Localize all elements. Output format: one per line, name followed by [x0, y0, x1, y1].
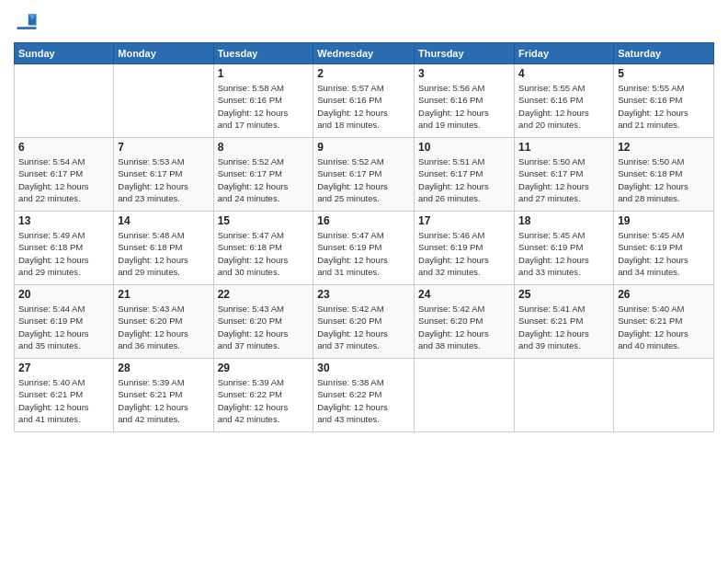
day-info: Sunrise: 5:55 AM Sunset: 6:16 PM Dayligh…: [618, 82, 710, 131]
day-info: Sunrise: 5:51 AM Sunset: 6:17 PM Dayligh…: [418, 155, 510, 204]
day-number: 21: [118, 288, 209, 301]
calendar-cell: 21Sunrise: 5:43 AM Sunset: 6:20 PM Dayli…: [114, 285, 213, 359]
day-info: Sunrise: 5:47 AM Sunset: 6:19 PM Dayligh…: [317, 229, 410, 278]
logo: [14, 9, 43, 35]
day-info: Sunrise: 5:49 AM Sunset: 6:18 PM Dayligh…: [18, 229, 109, 278]
calendar-cell: 5Sunrise: 5:55 AM Sunset: 6:16 PM Daylig…: [614, 64, 714, 138]
calendar-cell: 26Sunrise: 5:40 AM Sunset: 6:21 PM Dayli…: [614, 285, 714, 359]
day-number: 27: [18, 362, 109, 374]
calendar-header-wednesday: Wednesday: [313, 43, 415, 64]
calendar-cell: 24Sunrise: 5:42 AM Sunset: 6:20 PM Dayli…: [415, 285, 515, 359]
calendar-cell: 18Sunrise: 5:45 AM Sunset: 6:19 PM Dayli…: [515, 212, 614, 285]
calendar-cell: 29Sunrise: 5:39 AM Sunset: 6:22 PM Dayli…: [213, 359, 313, 432]
calendar-week-1: 1Sunrise: 5:58 AM Sunset: 6:16 PM Daylig…: [15, 64, 714, 138]
day-info: Sunrise: 5:39 AM Sunset: 6:21 PM Dayligh…: [118, 376, 209, 425]
calendar-cell: 12Sunrise: 5:50 AM Sunset: 6:18 PM Dayli…: [614, 138, 714, 212]
calendar-cell: [515, 359, 614, 432]
calendar-cell: 27Sunrise: 5:40 AM Sunset: 6:21 PM Dayli…: [15, 359, 114, 432]
calendar-cell: 19Sunrise: 5:45 AM Sunset: 6:19 PM Dayli…: [614, 212, 714, 285]
calendar-cell: 14Sunrise: 5:48 AM Sunset: 6:18 PM Dayli…: [114, 212, 213, 285]
day-number: 12: [618, 141, 710, 154]
day-number: 24: [418, 288, 510, 301]
day-info: Sunrise: 5:57 AM Sunset: 6:16 PM Dayligh…: [317, 82, 410, 131]
calendar-header-thursday: Thursday: [415, 43, 515, 64]
day-info: Sunrise: 5:40 AM Sunset: 6:21 PM Dayligh…: [618, 303, 710, 351]
day-number: 20: [18, 288, 109, 301]
day-number: 10: [418, 141, 510, 154]
day-number: 19: [618, 214, 710, 227]
day-number: 26: [618, 288, 710, 301]
calendar-cell: 22Sunrise: 5:43 AM Sunset: 6:20 PM Dayli…: [213, 285, 313, 359]
calendar-cell: 9Sunrise: 5:52 AM Sunset: 6:17 PM Daylig…: [313, 138, 415, 212]
day-info: Sunrise: 5:54 AM Sunset: 6:17 PM Dayligh…: [18, 155, 109, 204]
day-info: Sunrise: 5:48 AM Sunset: 6:18 PM Dayligh…: [118, 229, 209, 278]
day-info: Sunrise: 5:42 AM Sunset: 6:20 PM Dayligh…: [317, 303, 410, 351]
day-number: 22: [218, 288, 310, 301]
day-number: 2: [317, 67, 410, 80]
day-info: Sunrise: 5:52 AM Sunset: 6:17 PM Dayligh…: [218, 155, 310, 204]
calendar-cell: [15, 64, 114, 138]
calendar-cell: 6Sunrise: 5:54 AM Sunset: 6:17 PM Daylig…: [15, 138, 114, 212]
calendar-cell: 28Sunrise: 5:39 AM Sunset: 6:21 PM Dayli…: [114, 359, 213, 432]
day-number: 11: [518, 141, 609, 154]
day-number: 4: [518, 67, 609, 80]
calendar-cell: 1Sunrise: 5:58 AM Sunset: 6:16 PM Daylig…: [213, 64, 313, 138]
day-info: Sunrise: 5:46 AM Sunset: 6:19 PM Dayligh…: [418, 229, 510, 278]
calendar-cell: 3Sunrise: 5:56 AM Sunset: 6:16 PM Daylig…: [415, 64, 515, 138]
day-info: Sunrise: 5:43 AM Sunset: 6:20 PM Dayligh…: [118, 303, 209, 351]
calendar-cell: [114, 64, 213, 138]
day-info: Sunrise: 5:42 AM Sunset: 6:20 PM Dayligh…: [418, 303, 510, 351]
calendar-header-tuesday: Tuesday: [213, 43, 313, 64]
calendar-cell: 7Sunrise: 5:53 AM Sunset: 6:17 PM Daylig…: [114, 138, 213, 212]
day-number: 18: [518, 214, 609, 227]
calendar-week-3: 13Sunrise: 5:49 AM Sunset: 6:18 PM Dayli…: [15, 212, 714, 285]
day-number: 7: [118, 141, 209, 154]
day-info: Sunrise: 5:56 AM Sunset: 6:16 PM Dayligh…: [418, 82, 510, 131]
calendar: SundayMondayTuesdayWednesdayThursdayFrid…: [14, 42, 714, 432]
calendar-header-saturday: Saturday: [614, 43, 714, 64]
day-number: 8: [218, 141, 310, 154]
day-number: 3: [418, 67, 510, 80]
calendar-cell: 11Sunrise: 5:50 AM Sunset: 6:17 PM Dayli…: [515, 138, 614, 212]
day-number: 1: [218, 67, 310, 80]
day-info: Sunrise: 5:44 AM Sunset: 6:19 PM Dayligh…: [18, 303, 109, 351]
day-number: 9: [317, 141, 410, 154]
calendar-cell: 2Sunrise: 5:57 AM Sunset: 6:16 PM Daylig…: [313, 64, 415, 138]
calendar-header-friday: Friday: [515, 43, 614, 64]
day-info: Sunrise: 5:50 AM Sunset: 6:18 PM Dayligh…: [618, 155, 710, 204]
day-info: Sunrise: 5:55 AM Sunset: 6:16 PM Dayligh…: [518, 82, 609, 131]
day-number: 5: [618, 67, 710, 80]
header: [14, 9, 714, 35]
calendar-week-2: 6Sunrise: 5:54 AM Sunset: 6:17 PM Daylig…: [15, 138, 714, 212]
calendar-cell: 10Sunrise: 5:51 AM Sunset: 6:17 PM Dayli…: [415, 138, 515, 212]
day-info: Sunrise: 5:50 AM Sunset: 6:17 PM Dayligh…: [518, 155, 609, 204]
day-info: Sunrise: 5:45 AM Sunset: 6:19 PM Dayligh…: [618, 229, 710, 278]
day-info: Sunrise: 5:47 AM Sunset: 6:18 PM Dayligh…: [218, 229, 310, 278]
day-info: Sunrise: 5:43 AM Sunset: 6:20 PM Dayligh…: [218, 303, 310, 351]
page: SundayMondayTuesdayWednesdayThursdayFrid…: [0, 0, 728, 563]
day-number: 25: [518, 288, 609, 301]
logo-icon: [14, 9, 40, 35]
day-number: 29: [218, 362, 310, 374]
calendar-cell: 8Sunrise: 5:52 AM Sunset: 6:17 PM Daylig…: [213, 138, 313, 212]
day-info: Sunrise: 5:58 AM Sunset: 6:16 PM Dayligh…: [218, 82, 310, 131]
calendar-cell: 4Sunrise: 5:55 AM Sunset: 6:16 PM Daylig…: [515, 64, 614, 138]
day-info: Sunrise: 5:53 AM Sunset: 6:17 PM Dayligh…: [118, 155, 209, 204]
calendar-cell: 16Sunrise: 5:47 AM Sunset: 6:19 PM Dayli…: [313, 212, 415, 285]
calendar-cell: 30Sunrise: 5:38 AM Sunset: 6:22 PM Dayli…: [313, 359, 415, 432]
day-number: 13: [18, 214, 109, 227]
day-number: 15: [218, 214, 310, 227]
calendar-week-4: 20Sunrise: 5:44 AM Sunset: 6:19 PM Dayli…: [15, 285, 714, 359]
day-info: Sunrise: 5:45 AM Sunset: 6:19 PM Dayligh…: [518, 229, 609, 278]
calendar-cell: 13Sunrise: 5:49 AM Sunset: 6:18 PM Dayli…: [15, 212, 114, 285]
day-number: 16: [317, 214, 410, 227]
calendar-header-row: SundayMondayTuesdayWednesdayThursdayFrid…: [15, 43, 714, 64]
calendar-cell: 15Sunrise: 5:47 AM Sunset: 6:18 PM Dayli…: [213, 212, 313, 285]
day-info: Sunrise: 5:52 AM Sunset: 6:17 PM Dayligh…: [317, 155, 410, 204]
calendar-header-monday: Monday: [114, 43, 213, 64]
day-info: Sunrise: 5:40 AM Sunset: 6:21 PM Dayligh…: [18, 376, 109, 425]
day-number: 30: [317, 362, 410, 374]
svg-rect-3: [17, 27, 37, 29]
calendar-cell: 20Sunrise: 5:44 AM Sunset: 6:19 PM Dayli…: [15, 285, 114, 359]
calendar-cell: [415, 359, 515, 432]
